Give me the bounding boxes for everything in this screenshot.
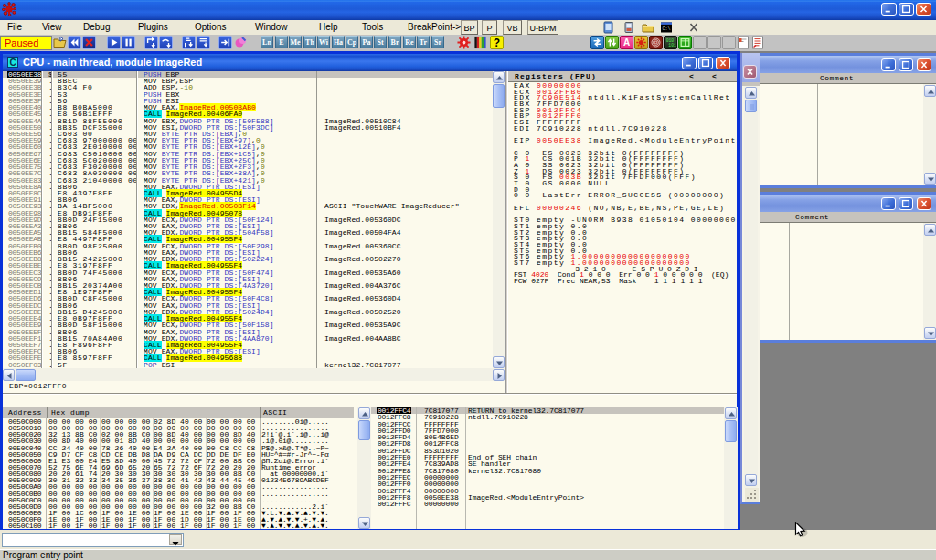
svg-text:C:\: C:\ [662,26,670,32]
svg-text:101: 101 [668,43,676,48]
svg-text:010: 010 [666,38,675,43]
